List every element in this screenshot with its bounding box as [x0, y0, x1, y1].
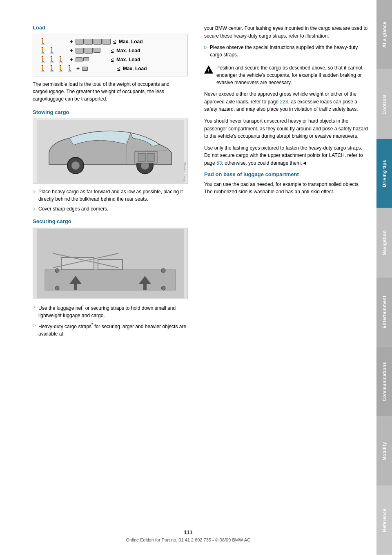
svg-point-20 — [55, 269, 59, 273]
max-load-label: Max. Load — [116, 57, 140, 63]
luggage-icon — [102, 39, 111, 45]
sidebar-item-communications[interactable]: Communications — [376, 347, 392, 416]
luggage-icon — [85, 48, 93, 54]
securing-cargo-svg — [37, 229, 184, 298]
bullet-arrow-icon: ▷ — [204, 44, 207, 50]
sidebar-item-reference[interactable]: Reference — [376, 486, 392, 555]
person-icon: 🚶 — [39, 56, 47, 63]
luggage-icon — [94, 39, 102, 45]
load-diagram: 🚶 + ≤ Max. Load 🚶 🚶 — [33, 34, 188, 76]
person-icon: 🚶 — [48, 65, 56, 72]
person-icon: 🚶 — [39, 65, 47, 72]
person-icon: 🚶 — [39, 47, 47, 54]
sidebar-item-entertainment[interactable]: Entertainment — [376, 278, 392, 347]
svg-rect-9 — [147, 153, 154, 161]
page-number: 111 — [0, 529, 376, 535]
page-53-link[interactable]: 53 — [216, 160, 222, 166]
pad-text: You can use the pad as needed, for examp… — [204, 181, 368, 196]
footer-note: Online Edition for Part no. 01 41 2 602 … — [126, 537, 250, 542]
load-row-1: 🚶 + ≤ Max. Load — [39, 38, 182, 45]
svg-point-22 — [55, 286, 59, 290]
securing-bullet-1: ▷ Use the luggage net* or securing strap… — [33, 303, 188, 319]
svg-rect-19 — [143, 284, 147, 290]
securing-cargo-heading: Securing cargo — [33, 218, 188, 224]
stowing-cargo-heading: Stowing cargo — [33, 109, 188, 115]
page-223-link[interactable]: 223 — [280, 99, 288, 105]
person-icon: 🚶 — [66, 65, 74, 72]
bullet-arrow-icon: ▷ — [33, 304, 36, 310]
luggage-icon — [83, 57, 89, 61]
sidebar-item-controls[interactable]: Controls — [376, 69, 392, 139]
right-bullets: ▷ Please observe the special instruction… — [204, 44, 368, 58]
max-load-label: Max. Load — [123, 66, 147, 72]
sidebar: At a glance Controls Driving tips Naviga… — [376, 0, 392, 555]
load-heading: Load — [33, 25, 188, 31]
image-label: Stowing cargo — [183, 162, 187, 183]
bullet-arrow-icon: ▷ — [33, 188, 36, 195]
securing-cargo-image — [33, 228, 188, 299]
luggage-icon — [76, 39, 84, 45]
pad-heading: Pad on base of luggage compartment — [204, 171, 368, 177]
stowing-bullet-1: ▷ Place heavy cargo as far forward and a… — [33, 188, 188, 203]
sidebar-item-navigation[interactable]: Navigation — [376, 208, 392, 278]
body-para-1: Never exceed either the approved gross v… — [204, 90, 368, 113]
max-load-label: Max. Load — [116, 48, 140, 54]
svg-rect-8 — [138, 153, 145, 161]
bullet-arrow-icon: ▷ — [33, 322, 36, 328]
securing-bullets: ▷ Use the luggage net* or securing strap… — [33, 303, 188, 338]
continuation-text: your BMW center. Four lashing eyes mount… — [204, 25, 368, 40]
page-footer: 111 Online Edition for Part no. 01 41 2 … — [0, 529, 376, 543]
sidebar-item-at-a-glance[interactable]: At a glance — [376, 0, 392, 69]
stowing-bullet-2: ▷ Cover sharp edges and corners. — [33, 205, 188, 213]
warning-box: ! Position and secure the cargo as descr… — [204, 64, 368, 86]
svg-point-23 — [161, 286, 165, 290]
person-icon: 🚶 — [48, 47, 56, 54]
load-description: The permissible load is the total of the… — [33, 81, 188, 103]
svg-point-2 — [71, 161, 80, 170]
left-column: Load 🚶 + ≤ Max. Load — [33, 25, 192, 530]
warning-text: Position and secure the cargo as describ… — [216, 64, 368, 86]
car-cutaway-svg — [37, 120, 184, 183]
max-load-label: Max. Load — [119, 39, 143, 45]
main-content: Load 🚶 + ≤ Max. Load — [0, 0, 376, 555]
luggage-icon — [76, 57, 82, 62]
body-para-2: You should never transport unsecured hea… — [204, 117, 368, 140]
warning-triangle-icon: ! — [204, 65, 213, 74]
svg-rect-12 — [61, 257, 94, 270]
body-para-3: Use only the lashing eyes pictured to fa… — [204, 144, 368, 167]
securing-bullet-2: ▷ Heavy-duty cargo straps* for securing … — [33, 322, 188, 338]
luggage-icon — [85, 39, 93, 45]
stowing-cargo-image: Stowing cargo — [33, 119, 188, 184]
svg-rect-11 — [45, 270, 176, 290]
svg-text:!: ! — [208, 68, 209, 74]
stowing-bullets: ▷ Place heavy cargo as far forward and a… — [33, 188, 188, 213]
load-row-3: 🚶 🚶 🚶 + ≤ Max. Load — [39, 56, 182, 63]
load-row-2: 🚶 🚶 + ≤ Max. Load — [39, 47, 182, 54]
svg-rect-17 — [74, 284, 77, 290]
bullet-arrow-icon: ▷ — [33, 206, 36, 212]
load-row-4: 🚶 🚶 🚶 🚶 + ≤ Max. Load — [39, 65, 182, 72]
svg-rect-13 — [98, 260, 122, 270]
svg-point-21 — [161, 269, 165, 273]
person-icon: 🚶 — [39, 38, 47, 45]
luggage-icon — [76, 48, 84, 54]
sidebar-item-driving-tips[interactable]: Driving tips — [376, 139, 392, 208]
person-icon: 🚶 — [57, 65, 65, 72]
person-icon: 🚶 — [57, 56, 65, 63]
luggage-icon — [94, 48, 100, 53]
sidebar-item-mobility[interactable]: Mobility — [376, 416, 392, 486]
person-icon: 🚶 — [48, 56, 56, 63]
right-column: your BMW center. Four lashing eyes mount… — [200, 25, 368, 530]
luggage-icon — [82, 67, 88, 71]
right-bullet-1: ▷ Please observe the special instruction… — [204, 44, 368, 58]
